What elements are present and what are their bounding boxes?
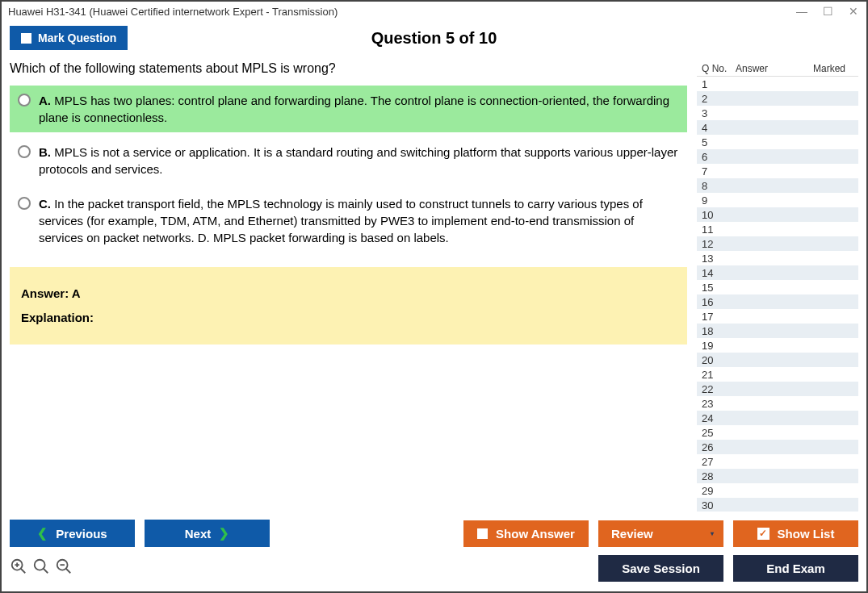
mark-question-button[interactable]: Mark Question: [10, 26, 128, 50]
question-list-row[interactable]: 6: [697, 149, 858, 164]
question-list-row[interactable]: 3: [697, 106, 858, 120]
end-exam-button[interactable]: End Exam: [733, 555, 858, 582]
window-title: Huawei H31-341 (Huawei Certified interne…: [8, 6, 338, 18]
question-list-row[interactable]: 5: [697, 135, 858, 149]
mark-question-label: Mark Question: [38, 31, 116, 44]
question-number: 9: [697, 194, 736, 207]
save-session-button[interactable]: Save Session: [598, 555, 723, 582]
question-number: 3: [697, 107, 736, 119]
question-list-row[interactable]: 19: [697, 338, 858, 353]
option-row[interactable]: A. MPLS has two planes: control plane an…: [10, 86, 687, 132]
maximize-icon[interactable]: ☐: [821, 5, 834, 18]
question-list-panel: Q No. Answer Marked 12345678910111213141…: [697, 61, 858, 512]
question-list-row[interactable]: 7: [697, 164, 858, 178]
question-number: 4: [697, 122, 736, 134]
question-list-row[interactable]: 14: [697, 265, 858, 280]
minimize-icon[interactable]: —: [795, 5, 808, 18]
option-row[interactable]: B. MPLS is not a service or application.…: [10, 137, 687, 184]
question-list-row[interactable]: 26: [697, 440, 858, 454]
question-list-row[interactable]: 4: [697, 120, 858, 135]
question-number: 28: [697, 470, 736, 482]
end-exam-label: End Exam: [766, 562, 825, 575]
question-list-row[interactable]: 1: [697, 77, 858, 91]
header-row: Mark Question Question 5 of 10: [2, 21, 866, 61]
app-window: Huawei H31-341 (Huawei Certified interne…: [0, 0, 868, 593]
question-list-row[interactable]: 28: [697, 469, 858, 483]
footer-row-2: Save Session End Exam: [10, 555, 858, 582]
option-text: B. MPLS is not a service or application.…: [39, 144, 679, 177]
chevron-left-icon: ❮: [37, 526, 48, 541]
option-text: C. In the packet transport field, the MP…: [39, 195, 679, 246]
question-number: 23: [697, 398, 736, 410]
question-counter: Question 5 of 10: [371, 29, 497, 48]
question-list-row[interactable]: 20: [697, 353, 858, 367]
question-list-row[interactable]: 11: [697, 222, 858, 236]
question-list-header: Q No. Answer Marked: [697, 61, 858, 76]
zoom-in-icon[interactable]: [10, 558, 27, 579]
main-column: Which of the following statements about …: [10, 61, 687, 512]
question-list-row[interactable]: 25: [697, 425, 858, 440]
question-list-row[interactable]: 13: [697, 251, 858, 265]
footer-row-1: ❮ Previous Next ❯ Show Answer Review ▾ ✓…: [10, 520, 858, 547]
option-text: A. MPLS has two planes: control plane an…: [39, 92, 679, 126]
question-list-row[interactable]: 30: [697, 498, 858, 512]
question-list-row[interactable]: 29: [697, 483, 858, 498]
question-list-row[interactable]: 23: [697, 396, 858, 411]
svg-line-7: [66, 569, 71, 574]
show-list-label: Show List: [778, 527, 835, 541]
question-list-row[interactable]: 21: [697, 367, 858, 382]
question-number: 1: [697, 78, 736, 90]
question-list-row[interactable]: 2: [697, 91, 858, 106]
question-list-row[interactable]: 16: [697, 294, 858, 309]
titlebar: Huawei H31-341 (Huawei Certified interne…: [2, 2, 866, 21]
answer-value: A: [72, 286, 81, 300]
option-row[interactable]: C. In the packet transport field, the MP…: [10, 189, 687, 253]
show-answer-label: Show Answer: [496, 527, 575, 541]
question-number: 7: [697, 165, 736, 177]
question-number: 5: [697, 136, 736, 148]
question-list-row[interactable]: 12: [697, 236, 858, 251]
question-number: 29: [697, 485, 736, 497]
chevron-down-icon: ▾: [711, 530, 714, 537]
col-qno: Q No.: [697, 63, 736, 74]
checkbox-icon: [21, 33, 31, 44]
review-label: Review: [611, 527, 653, 541]
next-button[interactable]: Next ❯: [145, 520, 270, 547]
question-number: 19: [697, 340, 736, 352]
question-list[interactable]: 1234567891011121314151617181920212223242…: [697, 76, 858, 512]
question-list-row[interactable]: 27: [697, 454, 858, 469]
question-number: 24: [697, 412, 736, 424]
footer: ❮ Previous Next ❯ Show Answer Review ▾ ✓…: [2, 512, 866, 591]
previous-button[interactable]: ❮ Previous: [10, 520, 135, 547]
radio-icon: [18, 197, 31, 210]
question-list-row[interactable]: 18: [697, 324, 858, 338]
show-list-button[interactable]: ✓ Show List: [733, 520, 858, 547]
zoom-controls: [10, 558, 73, 579]
question-number: 17: [697, 311, 736, 323]
chevron-right-icon: ❯: [219, 526, 229, 541]
zoom-out-icon[interactable]: [55, 558, 73, 579]
zoom-reset-icon[interactable]: [32, 558, 50, 579]
question-list-row[interactable]: 24: [697, 411, 858, 425]
show-answer-button[interactable]: Show Answer: [463, 520, 589, 547]
save-session-label: Save Session: [622, 562, 700, 575]
radio-icon: [18, 145, 31, 158]
previous-label: Previous: [56, 527, 107, 541]
question-number: 11: [697, 223, 736, 236]
question-list-row[interactable]: 17: [697, 309, 858, 324]
question-text: Which of the following statements about …: [10, 61, 687, 76]
question-list-row[interactable]: 22: [697, 382, 858, 396]
question-list-row[interactable]: 9: [697, 193, 858, 207]
question-list-row[interactable]: 15: [697, 280, 858, 294]
close-icon[interactable]: ✕: [847, 5, 860, 18]
question-number: 21: [697, 369, 736, 381]
question-number: 27: [697, 456, 736, 468]
question-number: 15: [697, 282, 736, 294]
question-list-row[interactable]: 10: [697, 207, 858, 222]
question-number: 20: [697, 354, 736, 366]
question-number: 18: [697, 325, 736, 337]
review-button[interactable]: Review ▾: [598, 520, 723, 547]
checked-box-icon: ✓: [757, 528, 769, 540]
question-number: 26: [697, 441, 736, 453]
question-list-row[interactable]: 8: [697, 178, 858, 193]
